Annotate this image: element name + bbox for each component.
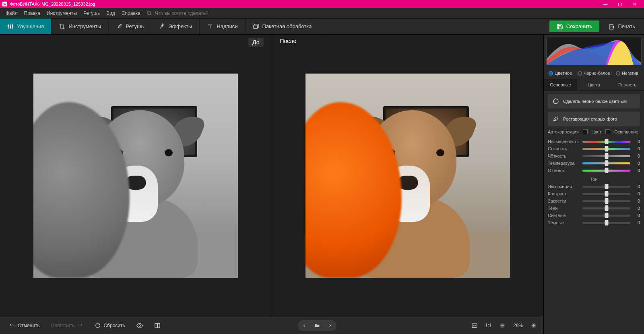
slider-knob[interactable] [605,198,608,204]
reset-button[interactable]: Сбросить [91,320,129,331]
app-title: ФотоВИНТАЖ [10,2,39,6]
menubar: Файл Правка Инструменты Ретушь Вид Справ… [0,8,644,18]
slider-knob[interactable] [605,160,608,166]
slider-track[interactable] [582,200,630,202]
slider-value: 0 [633,161,640,166]
before-pane[interactable]: До [0,35,272,317]
file-name: IMG_20220815_125332.jpg [40,2,95,6]
compare-toggle-button[interactable] [150,320,165,331]
slider-knob[interactable] [605,205,608,211]
svg-rect-11 [155,324,157,328]
slider-knob[interactable] [605,139,608,144]
color-mode-group: Цветное Черно-белое Негатив [544,68,644,79]
svg-point-0 [147,11,151,14]
slider-knob[interactable] [605,168,608,173]
after-pane[interactable]: После [272,35,544,317]
slider-label: Контраст [548,191,580,196]
slider-value: 0 [633,168,640,173]
histogram[interactable] [546,37,642,65]
tool-tools[interactable]: Инструменты [52,18,109,34]
autocorr-lighting-checkbox[interactable] [605,129,610,134]
slider-track[interactable] [582,141,630,143]
autocorr-color-label: Цвет [592,129,602,134]
slider-track[interactable] [582,148,630,150]
save-button[interactable]: Сохранить [549,20,600,32]
action-restore[interactable]: Реставрация старых фото [548,112,640,126]
menu-search-input[interactable] [155,10,235,16]
crop-icon [59,23,65,30]
slider-track[interactable] [582,215,630,217]
nav-prev-button[interactable] [298,320,311,331]
after-label: После [280,38,297,44]
zoom-1to1-button[interactable]: 1:1 [483,321,493,330]
after-image [305,74,510,278]
slider-track[interactable] [582,186,630,188]
undo-button[interactable]: Отменить [5,320,44,331]
slider-knob[interactable] [605,191,608,197]
slider-knob[interactable] [605,220,608,225]
svg-rect-13 [472,324,477,327]
tool-retouch[interactable]: Ретушь [109,18,151,34]
colorize-icon [553,98,559,105]
slider-track[interactable] [582,222,630,224]
bottombar: Отменить Повторить Сбросить [0,317,543,334]
slider-tint: Оттенок0 [548,168,640,173]
slider-knob[interactable] [605,213,608,218]
sidebar-tabs: Основные Цвета Резкость [544,79,644,91]
tool-effects[interactable]: Эффекты [151,18,200,34]
mode-bw[interactable]: Черно-белое [578,71,610,76]
svg-rect-15 [501,325,504,326]
autocorrection-row: Автокоррекция Цвет Освещение [548,129,640,134]
svg-point-5 [8,25,9,26]
slider-vibrance: Сочность0 [548,146,640,151]
action-colorize[interactable]: Сделать чёрно-белое цветным [548,94,640,109]
tab-basic[interactable]: Основные [544,79,577,90]
slider-clarity: Чёткость0 [548,154,640,158]
slider-value: 0 [633,146,640,151]
slider-whites: Светлые0 [548,213,640,218]
slider-track[interactable] [582,170,630,172]
slider-knob[interactable] [605,184,608,189]
menu-file[interactable]: Файл [2,9,21,17]
menu-retouch[interactable]: Ретушь [80,9,103,17]
slider-contrast: Контраст0 [548,191,640,196]
nav-browse-button[interactable] [311,320,324,331]
mode-color[interactable]: Цветное [549,71,572,76]
nav-next-button[interactable] [324,320,336,331]
tool-batch[interactable]: Пакетная обработка [246,18,320,34]
slider-exposure: Экспозиция0 [548,184,640,189]
menu-tools[interactable]: Инструменты [43,9,80,17]
tab-sharpness[interactable]: Резкость [611,79,644,90]
slider-highlights: Засветки0 [548,199,640,203]
slider-value: 0 [633,139,640,144]
zoom-in-button[interactable] [529,321,539,330]
window-minimize-button[interactable]: — [598,0,613,8]
zoom-out-button[interactable] [497,321,507,330]
window-close-button[interactable]: ✕ [627,0,642,8]
slider-track[interactable] [582,162,630,164]
print-button[interactable]: Печать [603,20,641,32]
slider-track[interactable] [582,207,630,209]
preview-button[interactable] [132,320,147,331]
tool-captions[interactable]: Надписи [200,18,245,34]
slider-track[interactable] [582,193,630,195]
menu-edit[interactable]: Правка [21,9,44,17]
magic-wand-icon [159,23,165,30]
menu-help[interactable]: Справка [118,9,144,17]
tab-colors[interactable]: Цвета [577,79,611,90]
slider-track[interactable] [582,155,630,157]
radio-icon [549,71,553,76]
slider-label: Оттенок [548,168,580,173]
autocorr-color-checkbox[interactable] [583,129,588,134]
slider-knob[interactable] [605,153,608,159]
slider-label: Светлые [548,213,580,218]
fit-button[interactable] [470,321,479,330]
window-maximize-button[interactable]: ▢ [613,0,627,8]
menu-view[interactable]: Вид [103,9,118,17]
slider-knob[interactable] [605,146,608,152]
eye-icon [136,322,143,329]
before-image [33,74,238,278]
mode-negative[interactable]: Негатив [616,71,638,76]
redo-button[interactable]: Повторить [47,320,88,331]
tool-enhance[interactable]: Улучшения [0,18,52,34]
